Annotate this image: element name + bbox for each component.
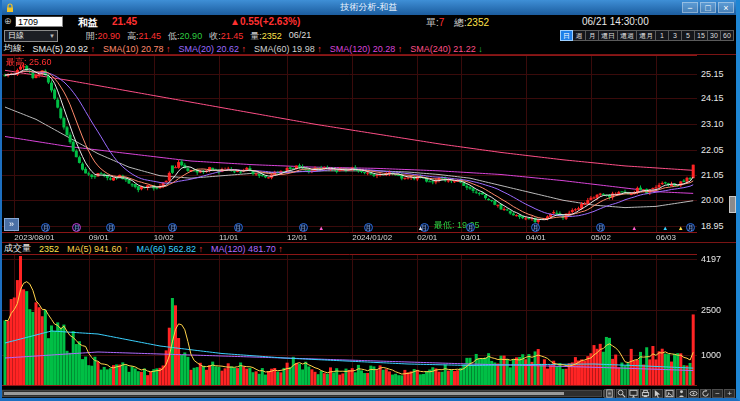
ma-label: SMA(60) 19.98 (254, 44, 317, 54)
doc-icon[interactable] (604, 389, 615, 398)
period-button-5[interactable]: 5 (682, 30, 695, 41)
period-button-日[interactable]: 日 (560, 30, 573, 41)
volume-ma-item: MA(66) 562.82 ↑ (137, 244, 204, 254)
period-button-1[interactable]: 1 (656, 30, 669, 41)
ohlc-stat: 收:21.45 (209, 30, 243, 43)
eye-icon[interactable] (688, 389, 699, 398)
date-axis: 2023/08/0109/0110/0211/0112/012024/01/02… (2, 233, 736, 242)
ma-legend-item: SMA(240) 21.22 ↓ (410, 44, 483, 54)
period-button-30[interactable]: 30 (708, 30, 721, 41)
price-change: ▲0.55(+2.63%) (230, 16, 300, 27)
date-label: 06/03 (656, 233, 676, 242)
close-button[interactable]: × (718, 2, 734, 13)
zoom-edit-icon[interactable] (616, 389, 627, 398)
price-axis-tick: 20.00 (701, 195, 724, 205)
period-buttons: 日週月還日還週還月135153060 (560, 30, 734, 41)
ohlc-stat: 低:20.90 (168, 30, 202, 43)
date-label: 02/01 (417, 233, 437, 242)
toolbar-date: 06/21 (289, 30, 312, 43)
event-triangle-icon: ▲ (318, 225, 324, 231)
price-axis-tick: 21.05 (701, 170, 724, 180)
up-arrow-icon: ↑ (242, 44, 247, 54)
period-dropdown[interactable]: 日線▼ (4, 30, 58, 42)
ohlc-stats: 開:20.90高:21.45低:20.90收:21.45量:235206/21 (86, 30, 311, 43)
ma-legend-label: 均線: (4, 42, 25, 55)
ma-legend-item: SMA(60) 19.98 ↑ (254, 44, 322, 54)
refresh-icon[interactable] (700, 389, 711, 398)
app-window: 技術分析-和益 − □ × ⊕ 和益 21.45 ▲0.55(+2.63%) 單… (0, 0, 740, 401)
horizontal-scrollbar[interactable] (2, 390, 602, 397)
ohlc-stat-value: 21.45 (139, 31, 162, 41)
quote-datetime: 06/21 14:30:00 (582, 16, 649, 27)
event-marker-icon[interactable]: 月 (466, 223, 475, 232)
volume-value: 2352 (39, 244, 59, 254)
symbol-input[interactable] (15, 16, 63, 27)
price-axis-tick: 23.10 (701, 119, 724, 129)
monitor-icon[interactable] (628, 389, 639, 398)
up-arrow-icon: ↑ (278, 244, 283, 254)
price-canvas[interactable] (2, 55, 697, 233)
ma-legend: 均線: SMA(5) 20.92 ↑SMA(10) 20.78 ↑SMA(20)… (2, 43, 736, 55)
ma-label: SMA(5) 20.92 (33, 44, 91, 54)
ohlc-stat-label: 收: (209, 31, 221, 41)
price-chart-pane: 最高: 25.60 最低: 19.05 25.1524.1523.1022.05… (2, 55, 736, 233)
event-marker-icon[interactable]: 月 (299, 223, 308, 232)
ma-label: SMA(20) 20.62 (179, 44, 242, 54)
down-arrow-icon: ↓ (478, 44, 483, 54)
period-button-15[interactable]: 15 (695, 30, 708, 41)
period-button-3[interactable]: 3 (669, 30, 682, 41)
period-button-週[interactable]: 週 (573, 30, 586, 41)
date-label: 05/02 (591, 233, 611, 242)
up-arrow-icon: ↑ (166, 44, 171, 54)
volume-axis-tick: 4197 (701, 254, 721, 264)
ohlc-stat-value: 2352 (262, 31, 282, 41)
ohlc-stat-label: 量: (250, 31, 262, 41)
event-marker-icon[interactable]: 月 (364, 223, 373, 232)
date-label: 12/01 (287, 233, 307, 242)
ma-legend-item: SMA(120) 20.28 ↑ (330, 44, 403, 54)
up-arrow-icon: ↑ (199, 244, 204, 254)
up-arrow-icon: ↑ (317, 44, 322, 54)
ohlc-stat: 開:20.90 (86, 30, 120, 43)
minimize-button[interactable]: − (682, 2, 698, 13)
expand-axis-button[interactable]: » (4, 218, 19, 231)
image-icon[interactable] (664, 389, 675, 398)
printer-icon[interactable] (640, 389, 651, 398)
high-price-label: 最高: 25.60 (6, 56, 52, 69)
person-icon[interactable] (676, 389, 687, 398)
ohlc-stat-label: 開: (86, 31, 98, 41)
chevron-down-icon: ▼ (49, 31, 55, 41)
period-button-月[interactable]: 月 (586, 30, 599, 41)
title-bar: 技術分析-和益 − □ × (2, 0, 736, 15)
volume-axis-tick: 2500 (701, 305, 721, 315)
period-button-還月[interactable]: 還月 (637, 30, 656, 41)
ma-label: SMA(240) 21.22 (410, 44, 478, 54)
maximize-button[interactable]: □ (700, 2, 716, 13)
volume-axis-tick: 1000 (701, 350, 721, 360)
scrollbar-thumb[interactable] (4, 392, 564, 395)
volume-chart-pane: 419725001000 (2, 254, 736, 389)
ohlc-stat: 量:2352 (250, 30, 282, 43)
period-button-還週[interactable]: 還週 (618, 30, 637, 41)
axis-scroll-thumb[interactable] (729, 196, 736, 213)
price-axis-tick: 25.15 (701, 69, 724, 79)
event-marker-icon[interactable]: 月 (234, 223, 243, 232)
price-axis-tick: 18.95 (701, 221, 724, 231)
status-bar: ▶ −+ (2, 389, 736, 398)
volume-canvas[interactable] (2, 254, 697, 389)
volume-legend: 成交量 2352 MA(5) 941.60 ↑MA(66) 562.82 ↑MA… (2, 242, 736, 254)
ohlc-stat-value: 21.45 (221, 31, 244, 41)
window-title: 技術分析-和益 (2, 1, 736, 14)
symbol-lookup-icon[interactable]: ⊕ (4, 16, 12, 26)
zoom-out-button[interactable]: − (712, 389, 723, 398)
date-label: 2023/08/01 (14, 233, 54, 242)
period-button-還日[interactable]: 還日 (599, 30, 618, 41)
zoom-in-button[interactable]: + (724, 389, 735, 398)
volume-ma-label: MA(66) 562.82 (137, 244, 199, 254)
cursor-icon[interactable] (652, 389, 663, 398)
volume-ma-item: MA(120) 481.70 ↑ (211, 244, 283, 254)
date-label: 09/01 (89, 233, 109, 242)
chart-toolbar: 日線▼ 開:20.90高:21.45低:20.90收:21.45量:235206… (2, 29, 736, 43)
period-button-60[interactable]: 60 (721, 30, 734, 41)
event-triangle-icon: ▲ (678, 225, 684, 231)
